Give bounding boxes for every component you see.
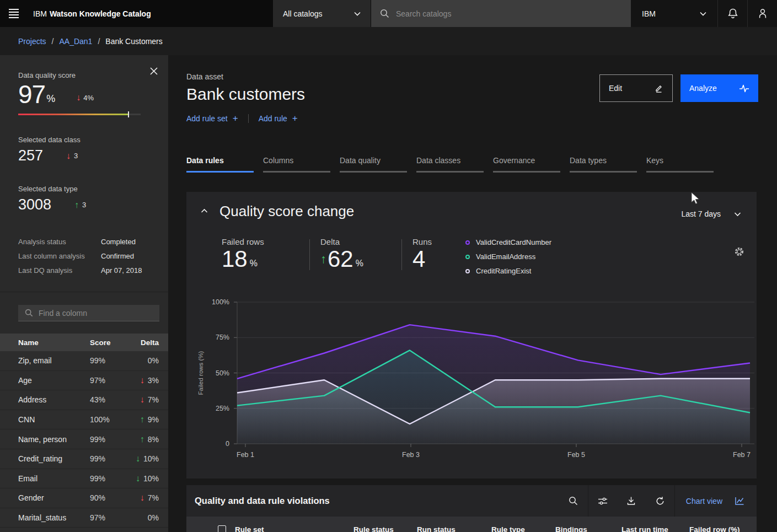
add-rule-button[interactable]: Add rule+ bbox=[259, 114, 298, 123]
chart-view-icon bbox=[735, 496, 744, 506]
delta-value: 0% bbox=[148, 356, 159, 365]
refresh-icon[interactable] bbox=[646, 485, 674, 517]
select-all-checkbox[interactable] bbox=[218, 525, 226, 532]
tab-data-rules[interactable]: Data rules bbox=[186, 156, 254, 173]
cell-score: 90% bbox=[90, 493, 126, 502]
collapse-chevron-up-icon[interactable] bbox=[201, 208, 208, 213]
breadcrumb-link[interactable]: AA_Dan1 bbox=[59, 37, 92, 46]
arrow-down-icon: ↓ bbox=[140, 395, 144, 405]
time-range-dropdown[interactable]: Last 7 days bbox=[681, 209, 741, 218]
card-title: Quality score change bbox=[219, 203, 354, 220]
cell-score: 99% bbox=[90, 435, 126, 444]
cell-score: 99% bbox=[90, 454, 126, 463]
cell-name: Address bbox=[18, 395, 90, 404]
column-header: Delta bbox=[126, 338, 162, 347]
delta-value: 7% bbox=[148, 395, 159, 404]
catalog-selector-dropdown[interactable]: All catalogs bbox=[272, 0, 371, 27]
violations-table-header: Rule setRule statusRun statusRule typeBi… bbox=[186, 517, 757, 532]
notifications-button[interactable] bbox=[717, 0, 747, 27]
columns-score-table: NameScoreDelta Zip, email99%0%Age97%↓3%A… bbox=[0, 334, 168, 532]
search-input[interactable] bbox=[396, 9, 622, 18]
tab-data-types[interactable]: Data types bbox=[570, 156, 637, 173]
cell-delta: ↓10% bbox=[126, 454, 162, 464]
data-quality-sidebar: Data quality score 97 % ↓ 4% Selected da… bbox=[0, 55, 168, 532]
menu-icon[interactable] bbox=[0, 0, 28, 27]
tab-keys[interactable]: Keys bbox=[646, 156, 714, 173]
table-row[interactable]: Gender90%↓7% bbox=[0, 488, 168, 508]
breadcrumb-separator: / bbox=[52, 37, 54, 46]
arrow-up-icon: ↑ bbox=[140, 415, 144, 424]
columns-table-header: NameScoreDelta bbox=[0, 334, 168, 351]
account-selector-dropdown[interactable]: IBM bbox=[631, 0, 717, 27]
tab-governance[interactable]: Governance bbox=[493, 156, 560, 173]
stat-runs: Runs4 bbox=[412, 237, 432, 271]
tab-columns[interactable]: Columns bbox=[263, 156, 330, 173]
violations-title: Quality and data rule violations bbox=[186, 496, 559, 506]
delta-value: 0% bbox=[148, 513, 159, 522]
download-icon[interactable] bbox=[617, 485, 646, 517]
table-search-button[interactable] bbox=[559, 485, 588, 517]
detail-label: Last column analysis bbox=[18, 252, 101, 260]
cell-score: 97% bbox=[90, 376, 126, 385]
divider bbox=[309, 239, 310, 270]
arrow-down-icon: ↓ bbox=[140, 375, 144, 385]
violations-column-header: Last run time bbox=[621, 525, 689, 532]
cell-delta: ↓3% bbox=[126, 375, 162, 385]
table-row[interactable]: Address43%↓7% bbox=[0, 390, 168, 410]
arrow-down-icon: ↓ bbox=[136, 474, 140, 483]
table-row[interactable]: Email99%↓10% bbox=[0, 469, 168, 489]
asset-kicker: Data asset bbox=[186, 72, 223, 81]
cell-delta: ↑8% bbox=[126, 434, 162, 444]
stat-label: Runs bbox=[412, 237, 432, 246]
table-row[interactable]: Marital_status97%0% bbox=[0, 508, 168, 528]
top-navigation-bar: IBMWatson Knowledge Catalog All catalogs… bbox=[0, 0, 777, 27]
add-rule-set-button[interactable]: Add rule set+ bbox=[186, 114, 238, 123]
violations-column-header: Rule set bbox=[235, 525, 353, 532]
svg-text:25%: 25% bbox=[216, 405, 229, 412]
table-row[interactable]: Name, person99%↑8% bbox=[0, 429, 168, 449]
detail-value: Confirmed bbox=[101, 252, 168, 260]
tab-data-classes[interactable]: Data classes bbox=[416, 156, 484, 173]
analyze-button[interactable]: Analyze bbox=[680, 74, 758, 102]
data-type-label: Selected data type bbox=[18, 185, 168, 193]
y-axis-label: Failed rows (%) bbox=[197, 351, 204, 395]
legend-label: CreditRatingExist bbox=[476, 267, 531, 275]
columns-table-body: Zip, email99%0%Age97%↓3%Address43%↓7%CNN… bbox=[0, 351, 168, 532]
divider bbox=[248, 114, 249, 123]
violations-column-header: Rule type bbox=[491, 525, 555, 532]
search-icon bbox=[25, 309, 33, 317]
page-title: Bank customers bbox=[186, 85, 305, 104]
delta-value: 7% bbox=[148, 493, 159, 502]
cell-name: Email bbox=[18, 474, 90, 483]
legend-item[interactable]: ValidCreditCardNumber bbox=[465, 238, 551, 246]
tab-data-quality[interactable]: Data quality bbox=[340, 156, 407, 173]
table-row[interactable]: CNN100%↑9% bbox=[0, 410, 168, 430]
gear-icon[interactable] bbox=[734, 246, 744, 257]
svg-text:Feb 3: Feb 3 bbox=[402, 451, 420, 459]
cell-name: Gender bbox=[18, 493, 90, 502]
user-profile-button[interactable] bbox=[747, 0, 777, 27]
quality-score-label: Data quality score bbox=[18, 71, 168, 79]
chart-legend: ValidCreditCardNumberValidEmailAddressCr… bbox=[465, 238, 551, 275]
quality-score-value: 97 bbox=[18, 82, 45, 107]
find-column-input[interactable] bbox=[39, 309, 153, 318]
legend-item[interactable]: ValidEmailAddress bbox=[465, 252, 551, 261]
chart-view-toggle[interactable]: Chart view bbox=[675, 485, 757, 517]
close-icon[interactable] bbox=[148, 65, 160, 77]
svg-text:Feb 7: Feb 7 bbox=[733, 451, 751, 459]
table-row[interactable]: Credit_rating99%↓10% bbox=[0, 449, 168, 469]
filter-sliders-icon[interactable] bbox=[588, 485, 617, 517]
data-type-value: 3008 bbox=[18, 196, 51, 213]
table-row[interactable]: Zip, email99%0% bbox=[0, 351, 168, 371]
quality-score-change-card: Quality score change Last 7 days Failed … bbox=[186, 192, 757, 479]
cell-delta: ↓7% bbox=[126, 395, 162, 405]
legend-item[interactable]: CreditRatingExist bbox=[465, 267, 551, 275]
edit-button[interactable]: Edit bbox=[599, 74, 673, 102]
legend-ring-icon bbox=[465, 240, 470, 245]
breadcrumb-link[interactable]: Projects bbox=[18, 37, 46, 46]
table-row[interactable]: Age97%↓3% bbox=[0, 371, 168, 391]
violations-column-header: Run status bbox=[417, 525, 491, 532]
table-row[interactable]: Address199%0% bbox=[0, 528, 168, 532]
arrow-down-icon: ↓ bbox=[66, 151, 71, 161]
cell-delta: ↓10% bbox=[126, 474, 162, 483]
